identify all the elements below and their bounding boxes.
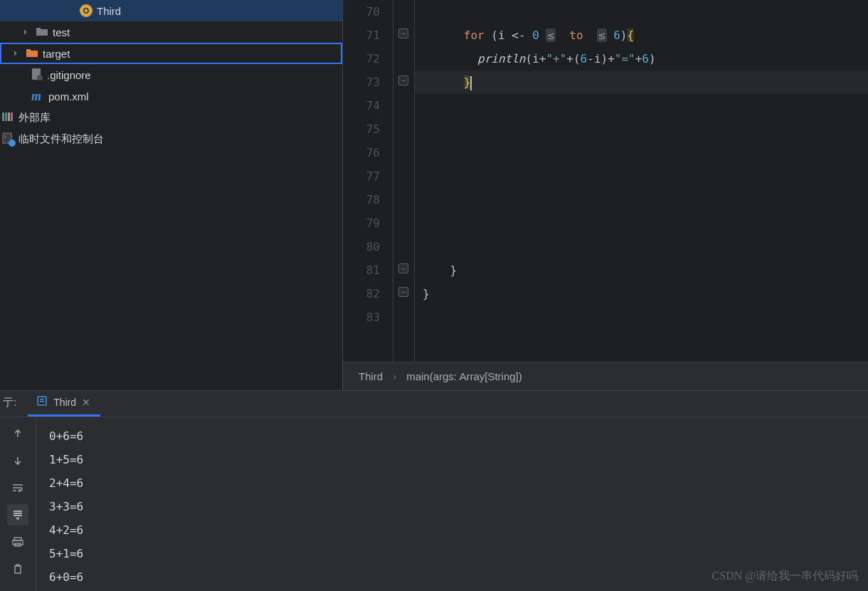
print-button[interactable]	[7, 531, 28, 553]
code-line	[414, 117, 868, 141]
code-line: }	[414, 258, 868, 282]
code-line	[414, 0, 868, 23]
run-tab-label: Third	[53, 397, 76, 408]
soft-wrap-button[interactable]	[7, 477, 28, 498]
tree-item-third[interactable]: O Third	[0, 0, 342, 21]
editor: 70 71 72 73 74 75 76 77 78 79 80 81 82 8…	[343, 0, 868, 390]
external-libraries[interactable]: 外部库	[0, 107, 342, 128]
code-line	[414, 164, 868, 188]
fold-column[interactable]: − − − −	[393, 0, 414, 362]
code-line	[414, 235, 868, 258]
svg-rect-9	[40, 401, 44, 402]
svg-rect-4	[8, 113, 10, 121]
maven-icon: m	[31, 89, 44, 104]
svg-rect-2	[2, 113, 4, 121]
file-icon	[31, 68, 43, 83]
scratch-icon	[1, 132, 14, 145]
code-line: for (i <- 0 ≤ to ≤ 6){	[414, 23, 868, 47]
breadcrumbs[interactable]: Third › main(args: Array[String])	[343, 362, 868, 390]
code-line: }	[414, 282, 868, 305]
console-line: 6+0=6	[49, 565, 855, 589]
chevron-right-icon	[20, 28, 31, 36]
tree-item-label: 临时文件和控制台	[18, 132, 104, 146]
tree-item-pom[interactable]: m pom.xml	[0, 85, 342, 107]
code-area[interactable]: for (i <- 0 ≤ to ≤ 6){ println(i+"+"+(6-…	[414, 0, 868, 362]
code-line	[414, 141, 868, 164]
tree-item-label: test	[53, 26, 70, 38]
run-left-label: 亍:	[0, 396, 21, 417]
clear-button[interactable]	[7, 558, 28, 580]
chevron-right-icon	[10, 50, 21, 57]
folder-icon	[26, 48, 38, 60]
console-line: 5+1=6	[49, 542, 855, 565]
svg-point-1	[37, 75, 43, 80]
library-icon	[1, 110, 14, 125]
console-line: 2+4=6	[49, 471, 855, 495]
line-gutter[interactable]: 70 71 72 73 74 75 76 77 78 79 80 81 82 8…	[343, 0, 393, 362]
object-icon: O	[80, 4, 92, 17]
code-line	[414, 305, 868, 329]
tree-item-label: .gitignore	[47, 69, 91, 81]
svg-rect-8	[40, 399, 44, 400]
svg-rect-3	[5, 113, 7, 121]
run-config-icon	[36, 395, 48, 409]
code-line	[414, 211, 868, 235]
tree-item-label: 外部库	[18, 111, 51, 125]
tree-item-label: Third	[97, 5, 121, 17]
code-line: println(i+"+"+(6-i)+"="+6)	[414, 47, 868, 70]
console-line: 4+2=6	[49, 518, 855, 542]
run-tab-third[interactable]: Third ✕	[28, 391, 100, 417]
run-panel: 亍: Third ✕ 0+6=6 1+5=6 2+4=6 3+3=6 4+2=6…	[0, 390, 868, 591]
scratches-consoles[interactable]: 临时文件和控制台	[0, 128, 342, 150]
chevron-right-icon: ›	[393, 370, 396, 382]
run-toolbar	[0, 417, 36, 591]
svg-rect-5	[11, 113, 13, 121]
tree-item-gitignore[interactable]: .gitignore	[0, 64, 342, 85]
svg-rect-11	[13, 540, 23, 545]
fold-icon[interactable]: −	[398, 75, 408, 85]
tree-item-test[interactable]: test	[0, 21, 342, 43]
scroll-down-button[interactable]	[7, 450, 28, 471]
scroll-to-end-button[interactable]	[7, 504, 28, 525]
code-line	[414, 188, 868, 211]
tree-item-label: target	[43, 48, 70, 60]
folder-icon	[36, 26, 48, 38]
code-line: }	[414, 70, 868, 94]
tree-item-label: pom.xml	[48, 90, 89, 103]
project-tree[interactable]: O Third test target .gitignore m pom.xml…	[0, 0, 343, 390]
breadcrumb-item[interactable]: main(args: Array[String])	[406, 370, 522, 382]
scroll-up-button[interactable]	[7, 423, 28, 444]
caret	[470, 76, 472, 90]
close-icon[interactable]: ✕	[82, 397, 92, 408]
console-line: 1+5=6	[49, 448, 855, 471]
fold-icon[interactable]: −	[398, 263, 408, 273]
console-line: 3+3=6	[49, 495, 855, 518]
code-line	[414, 94, 868, 117]
fold-icon[interactable]: −	[398, 28, 408, 38]
fold-icon[interactable]: −	[398, 287, 408, 297]
console-line: 0+6=6	[49, 424, 855, 448]
breadcrumb-item[interactable]: Third	[359, 370, 383, 382]
console-output[interactable]: 0+6=6 1+5=6 2+4=6 3+3=6 4+2=6 5+1=6 6+0=…	[36, 417, 868, 591]
tree-item-target[interactable]: target	[0, 43, 342, 64]
